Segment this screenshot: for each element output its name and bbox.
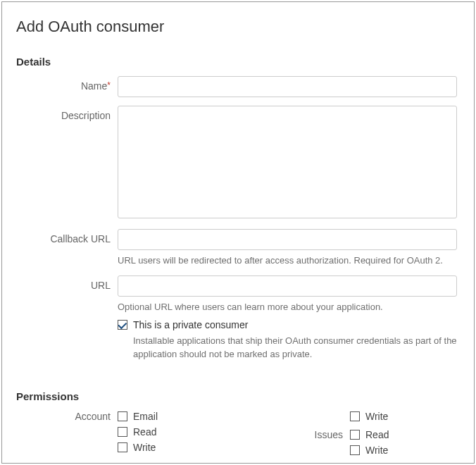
name-input[interactable] bbox=[118, 76, 457, 97]
perm-issues-read-checkbox[interactable] bbox=[350, 430, 360, 440]
page-title: Add OAuth consumer bbox=[16, 18, 457, 36]
url-input[interactable] bbox=[118, 275, 457, 297]
private-consumer-help: Installable applications that ship their… bbox=[133, 335, 457, 360]
perm-account-label: Account bbox=[16, 411, 118, 456]
perm-col2-write-label: Write bbox=[365, 411, 388, 422]
url-label: URL bbox=[16, 275, 118, 291]
callback-url-help: URL users will be redirected to after ac… bbox=[118, 254, 457, 267]
perm-account-write-label: Write bbox=[133, 442, 156, 453]
callback-url-input[interactable] bbox=[118, 229, 457, 250]
perm-account-read-label: Read bbox=[133, 426, 156, 438]
perm-account-read-checkbox[interactable] bbox=[118, 427, 127, 437]
description-textarea[interactable] bbox=[118, 106, 457, 218]
perm-issues-label: Issues bbox=[308, 429, 343, 440]
private-consumer-checkbox[interactable] bbox=[118, 320, 127, 330]
section-permissions-heading: Permissions bbox=[16, 390, 457, 402]
url-help: Optional URL where users can learn more … bbox=[118, 301, 457, 314]
oauth-consumer-form: Add OAuth consumer Details Name* Descrip… bbox=[1, 1, 475, 464]
callback-url-label: Callback URL bbox=[16, 229, 118, 244]
section-details-heading: Details bbox=[16, 56, 457, 68]
name-label: Name* bbox=[16, 76, 118, 92]
perm-account-email-checkbox[interactable] bbox=[118, 411, 127, 421]
private-consumer-label: This is a private consumer bbox=[133, 319, 248, 330]
required-asterisk: * bbox=[107, 80, 111, 90]
perm-account-email-label: Email bbox=[133, 411, 158, 422]
perm-account-write-checkbox[interactable] bbox=[118, 442, 127, 452]
perm-issues-read-label: Read bbox=[365, 429, 389, 440]
description-label: Description bbox=[16, 106, 118, 121]
perm-issues-write-checkbox[interactable] bbox=[350, 445, 360, 455]
perm-issues-write-label: Write bbox=[365, 445, 388, 456]
perm-col2-write-checkbox[interactable] bbox=[350, 411, 360, 421]
